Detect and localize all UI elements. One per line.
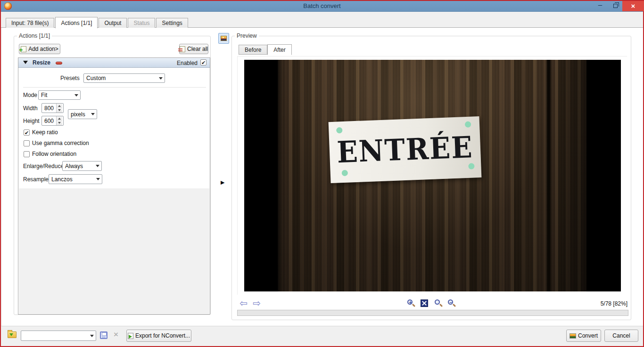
preview-group-title: Preview — [235, 32, 259, 39]
open-preset-folder-icon[interactable] — [8, 331, 17, 338]
resize-action-header[interactable]: Resize Enabled ✔ — [18, 58, 210, 68]
keep-ratio-label: Keep ratio — [32, 129, 58, 136]
tab-output[interactable]: Output — [99, 18, 127, 28]
export-nconvert-button[interactable]: Export for NConvert... — [126, 330, 191, 342]
spin-up-icon[interactable] — [57, 104, 62, 108]
unit-combo[interactable]: pixels — [68, 109, 97, 119]
gamma-checkbox[interactable] — [24, 140, 30, 146]
preview-groupbox: Preview Before After — [231, 36, 631, 320]
entree-sign: ENTRÉE — [329, 116, 482, 183]
chevron-down-icon — [94, 165, 101, 167]
sticker-dot — [465, 121, 471, 128]
sign-text: ENTRÉE — [336, 130, 474, 169]
tab-strip: Input: 78 file(s) Actions [1/1] Output S… — [1, 12, 643, 28]
window-title: Batch convert — [1, 2, 643, 9]
spin-down-icon[interactable] — [57, 121, 62, 126]
tab-after[interactable]: After — [267, 44, 291, 55]
width-spinner[interactable] — [41, 103, 64, 113]
presets-label: Presets — [60, 75, 80, 81]
tab-settings[interactable]: Settings — [156, 18, 188, 28]
enabled-label: Enabled — [177, 60, 198, 66]
sticker-dot — [336, 127, 342, 133]
tab-actions[interactable]: Actions [1/1] — [55, 17, 98, 28]
save-preset-icon[interactable] — [100, 331, 107, 339]
convert-image-icon — [570, 333, 576, 339]
cancel-button[interactable]: Cancel — [604, 330, 638, 342]
mode-combo[interactable]: Fit — [38, 90, 81, 100]
keep-ratio-checkbox[interactable]: ✔ — [24, 129, 30, 136]
height-spinner[interactable] — [41, 116, 64, 126]
minimize-button[interactable]: – — [593, 1, 608, 11]
preview-toolbar: ⇦ ⇨ + − 5/78 [82%] — [232, 299, 631, 309]
convert-button[interactable]: Convert — [566, 330, 601, 342]
preset-name-combo[interactable] — [21, 331, 96, 341]
add-action-icon: + — [21, 46, 26, 52]
zoom-in-button[interactable]: + — [407, 299, 415, 307]
tab-before[interactable]: Before — [239, 45, 267, 55]
zoom-out-button[interactable]: − — [447, 299, 456, 307]
resample-label: Resample — [23, 176, 49, 183]
image-icon — [221, 36, 227, 41]
enlarge-reduce-label: Enlarge/Reduce — [23, 163, 64, 169]
chevron-down-icon — [94, 178, 102, 180]
previous-image-button[interactable]: ⇦ — [239, 299, 248, 307]
fit-to-window-button[interactable] — [421, 299, 428, 307]
keep-ratio-row[interactable]: ✔ Keep ratio — [24, 129, 58, 136]
actions-group-title: Actions [1/1] — [17, 32, 52, 39]
orientation-checkbox[interactable] — [24, 151, 30, 157]
clear-all-icon — [180, 46, 185, 52]
preview-horizontal-scrollbar[interactable] — [237, 310, 628, 316]
chevron-down-icon — [88, 335, 96, 337]
restore-button[interactable] — [608, 1, 623, 11]
preview-viewport[interactable]: ENTRÉE — [237, 56, 627, 295]
splitter-collapse-icon[interactable]: ▶ — [221, 179, 224, 186]
preview-toggle-button[interactable] — [218, 33, 229, 44]
spin-up-icon[interactable] — [57, 116, 62, 121]
actions-groupbox: Actions [1/1] + Add action> Clear all Re… — [14, 36, 211, 315]
gamma-label: Use gamma correction — [32, 140, 89, 146]
zoom-original-button[interactable] — [434, 299, 443, 307]
enlarge-reduce-combo[interactable]: Always — [62, 161, 102, 171]
remove-action-icon[interactable] — [56, 62, 62, 65]
orientation-label: Follow orientation — [32, 151, 76, 157]
resample-combo[interactable]: Lanczos — [49, 174, 102, 184]
wood-door: ENTRÉE — [278, 60, 586, 291]
titlebar[interactable]: Batch convert – × — [1, 1, 643, 12]
resize-action-panel: Resize Enabled ✔ Presets Custom Mode Fit… — [18, 57, 210, 315]
close-button[interactable]: × — [622, 1, 644, 11]
spin-down-icon[interactable] — [57, 108, 62, 113]
next-image-button[interactable]: ⇨ — [253, 299, 261, 307]
width-label: Width — [23, 105, 38, 112]
clear-all-button[interactable]: Clear all — [179, 44, 208, 54]
height-input[interactable] — [42, 116, 56, 125]
presets-combo[interactable]: Custom — [83, 73, 165, 83]
chevron-down-icon — [73, 94, 80, 97]
resize-action-title: Resize — [33, 59, 50, 66]
orientation-row[interactable]: Follow orientation — [24, 151, 76, 157]
collapse-chevron-icon[interactable] — [23, 61, 28, 64]
tab-input-files[interactable]: Input: 78 file(s) — [6, 18, 54, 28]
actions-page: Actions [1/1] + Add action> Clear all Re… — [2, 28, 643, 327]
sticker-dot — [342, 170, 348, 176]
export-icon — [128, 333, 133, 339]
image-counter-zoom-status: 5/78 [82%] — [601, 300, 627, 307]
preview-tabs: Before After — [239, 44, 292, 55]
bottom-bar: × Export for NConvert... Convert Cancel — [1, 326, 643, 346]
batch-convert-dialog: Batch convert – × Input: 78 file(s) Acti… — [0, 0, 644, 347]
delete-preset-icon: × — [114, 330, 118, 339]
width-input[interactable] — [42, 104, 56, 113]
preview-image: ENTRÉE — [244, 60, 621, 291]
gamma-row[interactable]: Use gamma correction — [24, 140, 89, 146]
mode-label: Mode — [23, 92, 37, 98]
tab-status: Status — [128, 18, 155, 28]
chevron-down-icon — [89, 113, 97, 115]
chevron-down-icon — [157, 77, 165, 80]
enabled-checkbox[interactable]: ✔ — [200, 59, 206, 65]
resize-panel-empty-area — [19, 188, 209, 314]
height-label: Height — [23, 118, 40, 124]
add-action-button[interactable]: + Add action> — [19, 44, 60, 54]
